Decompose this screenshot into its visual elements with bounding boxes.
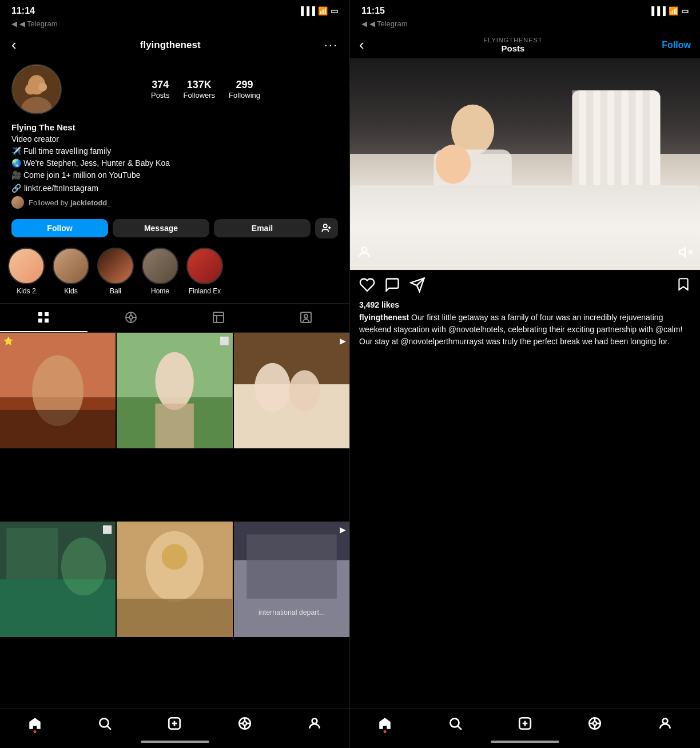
svg-rect-26 bbox=[0, 410, 116, 448]
post-caption: flyingthenest Our first little getaway a… bbox=[350, 312, 700, 348]
bio-section: Flying The Nest Video creator ✈️ Full ti… bbox=[0, 120, 349, 213]
tab-reels[interactable] bbox=[88, 304, 175, 332]
highlight-circle-home bbox=[142, 248, 178, 284]
like-button[interactable] bbox=[359, 277, 375, 297]
stat-following[interactable]: 299 Following bbox=[229, 79, 260, 100]
follower-avatar-small bbox=[11, 196, 24, 209]
nav-reels-right[interactable] bbox=[587, 716, 602, 731]
bio-job: Video creator bbox=[11, 133, 338, 145]
svg-point-47 bbox=[100, 718, 109, 727]
nav-add-right[interactable] bbox=[518, 716, 532, 731]
add-person-button[interactable] bbox=[315, 218, 338, 238]
video-badge-3: ▶ bbox=[340, 336, 346, 345]
home-bar-right bbox=[491, 741, 559, 743]
svg-text:international depart...: international depart... bbox=[258, 608, 325, 616]
bio-line1: ✈️ Full time travelling family bbox=[11, 145, 338, 157]
share-button[interactable] bbox=[409, 277, 425, 297]
time-left: 11:14 bbox=[11, 6, 35, 16]
highlight-home[interactable]: Home bbox=[142, 248, 178, 295]
nav-profile-left[interactable] bbox=[307, 716, 322, 731]
post-image bbox=[350, 58, 700, 270]
grid-cell-5[interactable] bbox=[117, 522, 232, 637]
bookmark-button[interactable] bbox=[676, 277, 691, 297]
post-actions-left bbox=[359, 277, 425, 297]
post-user-icon[interactable] bbox=[357, 245, 372, 263]
svg-marker-70 bbox=[679, 248, 685, 256]
stat-posts[interactable]: 374 Posts bbox=[151, 79, 170, 100]
nav-home-right[interactable] bbox=[377, 716, 392, 731]
svg-point-81 bbox=[593, 722, 597, 726]
email-button[interactable]: Email bbox=[214, 219, 311, 237]
following-label: Following bbox=[229, 91, 260, 100]
nav-center-right: FLYINGTHENEST Posts bbox=[483, 37, 542, 53]
tab-mentions[interactable] bbox=[262, 304, 349, 332]
home-dot-left bbox=[34, 730, 37, 733]
nav-search-right[interactable] bbox=[448, 716, 463, 731]
svg-rect-11 bbox=[45, 319, 49, 323]
svg-rect-8 bbox=[38, 312, 42, 316]
svg-point-75 bbox=[450, 718, 459, 727]
grid-cell-2[interactable]: ⬜ bbox=[117, 333, 232, 448]
bio-link[interactable]: 🔗 linktr.ee/ftnInstagram bbox=[11, 184, 338, 193]
highlight-label-home: Home bbox=[151, 287, 169, 295]
message-button[interactable]: Message bbox=[113, 219, 209, 237]
highlight-kids2[interactable]: Kids 2 bbox=[8, 248, 45, 295]
svg-point-29 bbox=[156, 352, 194, 410]
followed-by-text: Followed by jackietodd_ bbox=[29, 198, 112, 207]
nav-profile-right[interactable] bbox=[658, 716, 673, 731]
highlight-finland[interactable]: Finland Ex bbox=[186, 248, 223, 295]
wifi-icon-right: 📶 bbox=[669, 6, 678, 15]
story-highlights: Kids 2 Kids Bali Home Finland Ex bbox=[0, 243, 349, 300]
svg-point-5 bbox=[324, 224, 327, 228]
signal-icon-right: ▐▐▐ bbox=[649, 6, 666, 15]
telegram-back-right[interactable]: ◀ ◀ Telegram bbox=[350, 18, 700, 31]
svg-point-68 bbox=[435, 145, 470, 184]
highlight-label-kids2: Kids 2 bbox=[17, 287, 35, 295]
profile-username: flyingthenest bbox=[140, 39, 201, 51]
back-button-right[interactable]: ‹ bbox=[359, 36, 364, 54]
svg-rect-30 bbox=[156, 404, 194, 449]
comment-button[interactable] bbox=[384, 277, 400, 297]
grid-cell-4[interactable]: ⬜ bbox=[0, 522, 116, 637]
follow-button[interactable]: Follow bbox=[11, 219, 108, 237]
svg-rect-64 bbox=[629, 90, 635, 196]
nav-add-left[interactable] bbox=[167, 716, 182, 731]
nav-home-left[interactable] bbox=[27, 716, 42, 731]
highlight-circle-kids2 bbox=[8, 248, 45, 284]
multi-badge-4: ⬜ bbox=[102, 525, 112, 534]
nav-reels-left[interactable] bbox=[237, 716, 252, 731]
signal-icon: ▐▐▐ bbox=[298, 6, 315, 15]
post-username[interactable]: flyingthenest bbox=[359, 313, 409, 322]
svg-point-4 bbox=[38, 83, 47, 91]
avatar[interactable] bbox=[11, 64, 62, 114]
followers-label: Followers bbox=[183, 91, 215, 100]
highlight-kids[interactable]: Kids bbox=[53, 248, 89, 295]
bio-line2: 🌏 We're Stephen, Jess, Hunter & Baby Koa bbox=[11, 157, 338, 169]
nav-subtitle: FLYINGTHENEST bbox=[483, 37, 542, 43]
highlight-label-bali: Bali bbox=[110, 287, 121, 295]
action-buttons: Follow Message Email bbox=[0, 213, 349, 243]
nav-search-left[interactable] bbox=[97, 716, 112, 731]
highlight-label-finland: Finland Ex bbox=[189, 287, 221, 295]
grid-cell-1[interactable]: ⭐ bbox=[0, 333, 116, 448]
highlight-bali[interactable]: Bali bbox=[97, 248, 134, 295]
bed-scene-image bbox=[350, 58, 700, 270]
highlight-circle-finland bbox=[186, 248, 223, 284]
video-badge-6: ▶ bbox=[340, 525, 346, 534]
following-count: 299 bbox=[236, 79, 253, 91]
back-button-left[interactable]: ‹ bbox=[11, 36, 17, 54]
post-mute-icon[interactable] bbox=[678, 245, 693, 263]
battery-icon: ▭ bbox=[331, 6, 338, 15]
svg-point-86 bbox=[662, 718, 667, 723]
tab-grid[interactable] bbox=[0, 304, 88, 332]
more-options-button[interactable]: ··· bbox=[324, 38, 338, 53]
right-follow-button[interactable]: Follow bbox=[662, 40, 691, 50]
home-indicator-left bbox=[0, 735, 349, 748]
telegram-back-left[interactable]: ◀ ◀ Telegram bbox=[0, 18, 349, 31]
grid-cell-6[interactable]: international depart... ▶ bbox=[234, 522, 349, 637]
tab-tagged[interactable] bbox=[175, 304, 262, 332]
stat-followers[interactable]: 137K Followers bbox=[183, 79, 215, 100]
grid-cell-3[interactable]: ▶ bbox=[234, 333, 349, 448]
svg-line-48 bbox=[108, 726, 111, 730]
svg-rect-62 bbox=[600, 90, 607, 196]
